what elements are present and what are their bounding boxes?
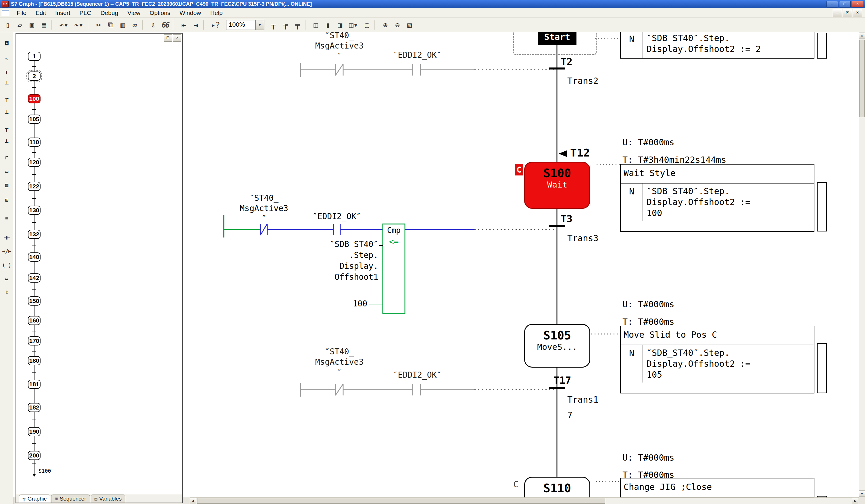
open-simultaneous-branch-button[interactable]: ┳ — [291, 19, 303, 31]
insert-step-button[interactable]: ▭ — [1, 166, 12, 177]
overview-dock-button[interactable]: ⊟ — [164, 34, 172, 42]
contact-operand[interactable]: ″EDDI2_OK″ — [389, 50, 446, 60]
tab-sequencer[interactable]: ⊞ Sequencer — [51, 494, 90, 503]
menu-file[interactable]: File — [12, 9, 31, 17]
menu-help[interactable]: Help — [206, 9, 227, 17]
close-alternative-branch-button[interactable]: ┶ — [1, 108, 12, 119]
window-maximize-button[interactable]: ⊡ — [839, 1, 851, 8]
connector-up-button[interactable]: ↥ — [1, 286, 12, 297]
contact-operand[interactable]: ″EDDI2_OK″ — [389, 370, 446, 380]
open-alternative-branch-button[interactable]: ┲ — [279, 19, 291, 31]
undo-button[interactable]: ↶▾ — [56, 19, 71, 31]
overview-step-182[interactable]: 182 — [28, 403, 41, 412]
overview-step-170[interactable]: 170 — [28, 336, 41, 345]
tab-variables[interactable]: ▤ Variables — [91, 494, 125, 503]
step-s100[interactable]: S100 Wait — [524, 162, 590, 209]
menu-edit[interactable]: Edit — [31, 9, 50, 17]
overview-step-160[interactable]: 160 — [28, 316, 41, 325]
contact-operand[interactable]: ″EDDI2_OK″ — [308, 211, 366, 222]
overview-step-181[interactable]: 181 — [28, 380, 41, 389]
contact-operand[interactable]: ″ST40_ MsgActive3 ″ — [234, 193, 293, 224]
overview-step-190[interactable]: 190 — [28, 427, 41, 436]
step-s105[interactable]: S105 MoveS... — [524, 324, 590, 367]
save-button[interactable]: ▣ — [26, 19, 38, 31]
display-overview-button[interactable]: ◫ — [310, 19, 322, 31]
zoom-in-button[interactable]: ⊕ — [379, 19, 391, 31]
overview-step-150[interactable]: 150 — [28, 296, 41, 306]
menu-insert[interactable]: Insert — [50, 9, 75, 17]
menu-view[interactable]: View — [123, 9, 145, 17]
contact-operand[interactable]: ″ST40_ MsgActive3 ″ — [309, 347, 370, 378]
overview-step-120[interactable]: 120 — [28, 158, 41, 167]
redo-button[interactable]: ↷▾ — [71, 19, 86, 31]
horizontal-scroll-thumb[interactable] — [197, 498, 605, 504]
action-box-s110[interactable]: Change JIG ;Close — [620, 478, 815, 497]
chevron-down-icon[interactable]: ▼ — [255, 20, 264, 30]
insert-box-button[interactable]: ⊞ — [1, 195, 12, 205]
goto-start-button[interactable]: ⇤ — [177, 19, 190, 31]
split-window-button[interactable]: ◫▾ — [346, 19, 361, 31]
open-alternative-branch-button[interactable]: ┮ — [1, 93, 12, 104]
display-sequence-button[interactable]: ▮ — [322, 19, 334, 31]
cmp-input-operand[interactable]: ″SDB_ST40″ .Step. Display. Offshoot1 — [312, 239, 378, 283]
overview-step-200[interactable]: 200 — [28, 451, 41, 460]
overview-step-105[interactable]: 105 — [28, 115, 41, 124]
open-button[interactable]: ▱ — [14, 19, 26, 31]
insert-action-button[interactable]: ▤ — [1, 179, 12, 190]
overview-step-140[interactable]: 140 — [28, 253, 41, 262]
zoom-section-button[interactable]: ▧ — [403, 19, 416, 31]
action-box-s100[interactable]: Wait Style N ″SDB_ST40″.Step. Display.Of… — [620, 164, 815, 232]
overview-step-100[interactable]: 100 — [28, 94, 41, 103]
window-minimize-button[interactable]: – — [827, 1, 838, 8]
zoom-out-button[interactable]: ⊖ — [391, 19, 403, 31]
download-button[interactable]: ⇩ — [147, 19, 159, 31]
cmp-input-value[interactable]: 100 — [341, 299, 367, 309]
monitor-glasses-button[interactable]: 66 — [159, 19, 171, 31]
insert-step-transition-button[interactable]: ┰ — [267, 19, 279, 31]
context-help-button[interactable]: ▸? — [208, 19, 223, 31]
transition-t3-label[interactable]: T3 — [561, 213, 573, 225]
overview-step-110[interactable]: 110 — [28, 138, 41, 147]
scroll-right-icon[interactable]: ▶ — [852, 498, 858, 504]
nc-contact-button[interactable]: ⊣/⊢ — [1, 246, 12, 257]
transition-t2-label[interactable]: T2 — [561, 56, 573, 68]
step-start[interactable]: Start — [538, 32, 576, 45]
transition-t17-label[interactable]: T17 — [553, 374, 571, 386]
overview-step-1[interactable]: 1 — [28, 52, 41, 61]
coil-button[interactable]: ( ) — [1, 260, 12, 270]
insert-transition-button[interactable]: ┴ — [1, 79, 12, 90]
overview-step-130[interactable]: 130 — [28, 206, 41, 215]
contact-operand[interactable]: ″ST40_ MsgActive3 ″ — [309, 32, 370, 61]
menu-options[interactable]: Options — [145, 9, 175, 17]
close-simultaneous-branch-button[interactable]: ┻ — [1, 137, 12, 148]
vertical-scrollbar[interactable]: ▲ ▼ — [859, 32, 865, 497]
action-box-s105[interactable]: Move Slid to Pos C N ″SDB_ST40″.Step. Di… — [620, 326, 815, 394]
transition-t12-label[interactable]: T12 — [570, 146, 590, 159]
zoom-combo[interactable]: 100% ▼ — [226, 20, 264, 30]
screen-layout-button[interactable]: ▢ — [361, 19, 373, 31]
no-contact-button[interactable]: ⊣⊢ — [1, 232, 12, 243]
tab-graphic[interactable]: ┱ Graphic — [19, 494, 50, 503]
overview-close-button[interactable]: × — [173, 34, 181, 42]
overview-step-132[interactable]: 132 — [28, 230, 41, 239]
vertical-scroll-thumb[interactable] — [859, 40, 865, 117]
child-close-button[interactable]: × — [853, 9, 862, 17]
scroll-down-icon[interactable]: ▼ — [859, 491, 865, 497]
overview-step-122[interactable]: 122 — [28, 182, 41, 191]
goto-end-button[interactable]: ⇥ — [190, 19, 202, 31]
overview-step-180[interactable]: 180 — [28, 356, 41, 365]
action-box-start[interactable]: N ″SDB_ST40″.Step. Display.Offshoot2 := … — [620, 32, 815, 59]
insert-step-transition-button[interactable]: ┰ — [1, 66, 12, 77]
connector-right-button[interactable]: ↦ — [1, 273, 12, 284]
cut-button[interactable]: ✂ — [93, 19, 105, 31]
scroll-left-icon[interactable]: ◀ — [190, 498, 196, 504]
zoom-value[interactable]: 100% — [227, 20, 255, 30]
menu-plc[interactable]: PLC — [75, 9, 96, 17]
permanent-instructions-button[interactable]: ≡ — [1, 212, 12, 223]
lock-button[interactable]: ◘ — [1, 38, 12, 49]
window-close-button[interactable]: × — [852, 1, 863, 8]
child-restore-button[interactable]: ⊡ — [843, 9, 852, 17]
menu-window[interactable]: Window — [175, 9, 206, 17]
child-minimize-button[interactable]: – — [833, 9, 842, 17]
insert-jump-button[interactable]: ↱ — [1, 152, 12, 163]
